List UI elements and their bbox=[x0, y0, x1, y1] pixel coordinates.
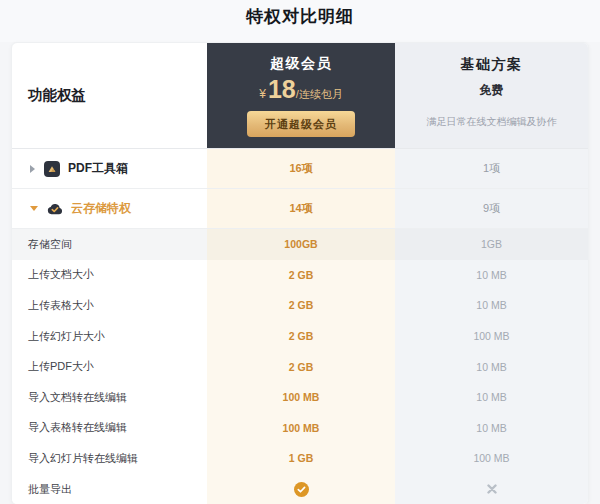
pdf-icon bbox=[44, 161, 60, 177]
price-period: /连续包月 bbox=[296, 87, 343, 102]
premium-value: 100GB bbox=[284, 238, 317, 250]
feature-row: 存储空间100GB1GB bbox=[12, 229, 588, 260]
feature-row-label: 批量导出 bbox=[12, 474, 207, 504]
premium-value: 16项 bbox=[289, 161, 312, 176]
group-basic-value-cell: 9项 bbox=[395, 189, 588, 228]
basic-value: 100 MB bbox=[473, 330, 509, 342]
premium-value: 100 MB bbox=[283, 391, 320, 403]
basic-value: 10 MB bbox=[476, 269, 506, 281]
basic-value-cell: 100 MB bbox=[395, 443, 588, 474]
premium-value: 1 GB bbox=[289, 452, 314, 464]
feature-row: 批量导出 bbox=[12, 474, 588, 504]
premium-plan-name: 超级会员 bbox=[270, 55, 332, 73]
feature-row-label: 导入幻灯片转在线编辑 bbox=[12, 443, 207, 474]
basic-value: 1GB bbox=[481, 238, 502, 250]
premium-value: 2 GB bbox=[289, 299, 314, 311]
page-title: 特权对比明细 bbox=[246, 5, 354, 28]
feature-row: 上传表格大小2 GB10 MB bbox=[12, 290, 588, 321]
table-header-row: 功能权益 超级会员 ¥ 18 /连续包月 开通超级会员 基础方案 免费 满足日常… bbox=[12, 43, 588, 149]
group-basic-value-cell: 1项 bbox=[395, 149, 588, 188]
feature-column-header: 功能权益 bbox=[12, 43, 207, 148]
feature-row-label: 上传PDF大小 bbox=[12, 351, 207, 382]
basic-value-cell: 1GB bbox=[395, 229, 588, 260]
price-amount: 18 bbox=[268, 77, 296, 102]
group-row-cloud-left: 云存储特权 bbox=[12, 189, 207, 228]
basic-value-cell: 10 MB bbox=[395, 382, 588, 413]
basic-value-cell: 10 MB bbox=[395, 290, 588, 321]
basic-plan-header: 基础方案 免费 满足日常在线文档编辑及协作 bbox=[395, 43, 588, 148]
basic-value: 10 MB bbox=[476, 391, 506, 403]
feature-rows: 存储空间100GB1GB上传文档大小2 GB10 MB上传表格大小2 GB10 … bbox=[12, 229, 588, 504]
feature-row: 上传PDF大小2 GB10 MB bbox=[12, 351, 588, 382]
basic-value: 10 MB bbox=[476, 422, 506, 434]
comparison-table: 功能权益 超级会员 ¥ 18 /连续包月 开通超级会员 基础方案 免费 满足日常… bbox=[11, 42, 589, 504]
premium-value: 2 GB bbox=[289, 361, 314, 373]
feature-row-label: 存储空间 bbox=[12, 229, 207, 260]
premium-value-cell bbox=[207, 474, 395, 504]
premium-value-cell: 2 GB bbox=[207, 351, 395, 382]
feature-row-label: 上传表格大小 bbox=[12, 290, 207, 321]
premium-value-cell: 100GB bbox=[207, 229, 395, 260]
premium-plan-header: 超级会员 ¥ 18 /连续包月 开通超级会员 bbox=[207, 43, 395, 148]
basic-value: 9项 bbox=[483, 201, 500, 216]
feature-row-label: 上传幻灯片大小 bbox=[12, 321, 207, 352]
premium-value: 14项 bbox=[289, 201, 312, 216]
basic-value: 1项 bbox=[483, 161, 500, 176]
feature-row-label: 上传文档大小 bbox=[12, 260, 207, 291]
feature-row-label: 导入表格转在线编辑 bbox=[12, 413, 207, 444]
feature-row: 上传幻灯片大小2 GB100 MB bbox=[12, 321, 588, 352]
group-label: PDF工具箱 bbox=[68, 160, 128, 177]
subscribe-button[interactable]: 开通超级会员 bbox=[247, 111, 355, 137]
basic-value: 100 MB bbox=[473, 452, 509, 464]
group-label: 云存储特权 bbox=[71, 200, 131, 217]
feature-row: 导入幻灯片转在线编辑1 GB100 MB bbox=[12, 443, 588, 474]
premium-value: 100 MB bbox=[283, 422, 320, 434]
basic-value-cell: 10 MB bbox=[395, 260, 588, 291]
group-premium-value-cell: 14项 bbox=[207, 189, 395, 228]
feature-row: 导入表格转在线编辑100 MB10 MB bbox=[12, 413, 588, 444]
x-mark-icon bbox=[487, 484, 497, 494]
page-header: 特权对比明细 bbox=[0, 0, 600, 42]
feature-row-label: 导入文档转在线编辑 bbox=[12, 382, 207, 413]
basic-value-cell: 10 MB bbox=[395, 413, 588, 444]
chevron-down-icon[interactable] bbox=[30, 206, 38, 211]
basic-plan-name: 基础方案 bbox=[461, 56, 523, 74]
check-circle-icon bbox=[294, 482, 309, 497]
group-row-cloud-storage[interactable]: 云存储特权 14项 9项 bbox=[12, 189, 588, 229]
premium-value: 2 GB bbox=[289, 330, 314, 342]
premium-value-cell: 2 GB bbox=[207, 321, 395, 352]
basic-value-cell: 10 MB bbox=[395, 351, 588, 382]
premium-price: ¥ 18 /连续包月 bbox=[259, 77, 343, 102]
premium-value-cell: 2 GB bbox=[207, 290, 395, 321]
cloud-check-icon bbox=[47, 201, 63, 217]
feature-row: 上传文档大小2 GB10 MB bbox=[12, 260, 588, 291]
premium-value-cell: 100 MB bbox=[207, 413, 395, 444]
premium-value: 2 GB bbox=[289, 269, 314, 281]
group-row-pdf-toolbox[interactable]: PDF工具箱 16项 1项 bbox=[12, 149, 588, 189]
group-row-pdf-left: PDF工具箱 bbox=[12, 149, 207, 188]
basic-value: 10 MB bbox=[476, 361, 506, 373]
feature-row: 导入文档转在线编辑100 MB10 MB bbox=[12, 382, 588, 413]
feature-column-header-label: 功能权益 bbox=[28, 86, 86, 105]
premium-value-cell: 100 MB bbox=[207, 382, 395, 413]
basic-plan-description: 满足日常在线文档编辑及协作 bbox=[427, 115, 557, 129]
basic-plan-price: 免费 bbox=[480, 82, 504, 99]
basic-value-cell: 100 MB bbox=[395, 321, 588, 352]
price-currency: ¥ bbox=[259, 87, 266, 101]
basic-value: 10 MB bbox=[476, 299, 506, 311]
basic-value-cell bbox=[395, 474, 588, 504]
premium-value-cell: 1 GB bbox=[207, 443, 395, 474]
chevron-right-icon[interactable] bbox=[30, 165, 35, 173]
group-premium-value-cell: 16项 bbox=[207, 149, 395, 188]
premium-value-cell: 2 GB bbox=[207, 260, 395, 291]
